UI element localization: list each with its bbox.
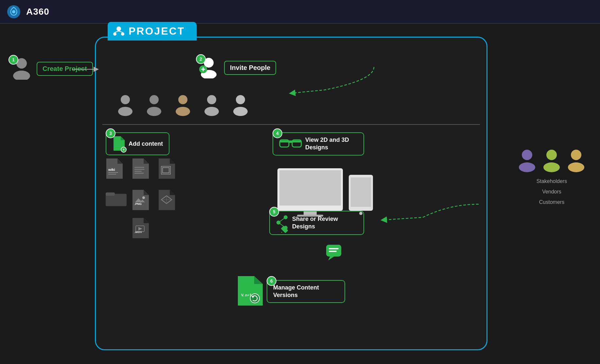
step4-label: View 2D and 3D Designs xyxy=(305,136,358,152)
step2-badge: 2 xyxy=(196,54,206,64)
svg-line-72 xyxy=(278,217,286,223)
svg-point-21 xyxy=(204,107,219,116)
svg-rect-78 xyxy=(329,248,339,249)
svg-marker-75 xyxy=(281,232,282,233)
svg-rect-34 xyxy=(108,174,116,174)
svg-point-51 xyxy=(142,196,145,199)
svg-marker-53 xyxy=(170,190,175,195)
app-logo-icon xyxy=(7,5,21,19)
people-row xyxy=(115,93,250,116)
mov-file-icon: .MOV xyxy=(132,218,151,240)
app-title: A360 xyxy=(26,7,49,17)
person-icon-1 xyxy=(115,93,135,116)
svg-point-4 xyxy=(116,26,121,31)
person-icon-4 xyxy=(202,93,221,116)
step3-badge: 3 xyxy=(106,128,115,138)
svg-rect-40 xyxy=(134,173,144,174)
svg-point-5 xyxy=(113,32,116,36)
svg-point-17 xyxy=(147,107,161,116)
stakeholder-icon-3 xyxy=(566,148,587,172)
arrow-step1-to-project xyxy=(72,63,101,76)
svg-point-19 xyxy=(176,107,190,116)
stakeholders-label2: Vendors xyxy=(537,187,567,197)
project-label: PROJECT xyxy=(108,22,197,41)
step6-area: V. n+1 6 Manage Content Versions xyxy=(237,276,345,307)
folder-icon xyxy=(106,190,125,211)
project-icon xyxy=(113,25,125,37)
svg-point-15 xyxy=(118,107,132,116)
svg-point-89 xyxy=(571,150,581,160)
svg-marker-81 xyxy=(254,276,263,284)
svg-point-83 xyxy=(250,294,259,303)
stakeholders-label3: Customers xyxy=(537,197,567,207)
share-review-icon xyxy=(276,215,289,231)
svg-point-3 xyxy=(13,71,30,80)
project-title: PROJECT xyxy=(129,25,185,37)
step5-badge: 5 xyxy=(269,207,279,217)
glasses-3d-icon xyxy=(279,137,302,151)
svg-line-7 xyxy=(115,31,119,32)
png-file-icon: .PNG xyxy=(132,190,151,211)
model-file-icon xyxy=(158,190,178,211)
project-box: PROJECT 2 Invite People xyxy=(95,37,487,350)
svg-point-18 xyxy=(178,95,187,104)
svg-marker-42 xyxy=(170,158,175,164)
dashed-arrow-share xyxy=(358,198,482,230)
svg-marker-48 xyxy=(144,190,149,195)
text-file-icon xyxy=(132,158,151,180)
stakeholders-area: Stakeholders Vendors Customers xyxy=(517,148,587,207)
svg-marker-31 xyxy=(117,158,123,164)
step3-box: + 3 Add content xyxy=(106,132,169,155)
step4-box: 4 View 2D and 3D Designs xyxy=(273,132,364,156)
svg-marker-36 xyxy=(144,158,149,164)
svg-point-14 xyxy=(121,95,130,104)
svg-point-86 xyxy=(519,162,535,172)
svg-point-22 xyxy=(236,95,245,104)
wiki-file-icon: wiki xyxy=(106,158,125,180)
svg-text:V. n+1: V. n+1 xyxy=(241,293,252,297)
step5-area: 5 Share or Review Designs xyxy=(269,211,364,235)
main-canvas: 1 Create Project PROJECT xyxy=(0,24,600,364)
svg-rect-33 xyxy=(108,172,118,173)
svg-marker-25 xyxy=(121,136,125,140)
svg-text:wiki: wiki xyxy=(108,168,115,172)
step6-label: Manage Content Versions xyxy=(273,284,339,299)
svg-rect-79 xyxy=(329,251,337,252)
files-area: wiki xyxy=(106,158,178,240)
svg-point-1 xyxy=(12,10,15,13)
version-file-icon: V. n+1 xyxy=(237,276,263,307)
person-icon-2 xyxy=(144,93,164,116)
svg-point-23 xyxy=(233,107,248,116)
svg-point-90 xyxy=(568,162,584,172)
svg-rect-46 xyxy=(106,192,115,196)
cad-file-icon xyxy=(158,158,178,180)
step6-box: 6 Manage Content Versions xyxy=(267,280,345,303)
svg-marker-58 xyxy=(144,218,149,223)
svg-point-85 xyxy=(522,150,532,160)
step3-area: + 3 Add content xyxy=(106,132,169,155)
person-icon-3 xyxy=(173,93,193,116)
step3-label: Add content xyxy=(129,141,163,147)
svg-text:.PNG: .PNG xyxy=(134,202,142,206)
step5-label: Share or Review Designs xyxy=(292,215,358,231)
svg-point-87 xyxy=(546,150,557,160)
svg-rect-37 xyxy=(134,167,144,168)
divider-line xyxy=(102,124,480,125)
step5-box: 5 Share or Review Designs xyxy=(269,211,364,235)
svg-point-20 xyxy=(207,95,216,104)
dashed-arrow-invite xyxy=(253,64,377,96)
stakeholder-icon-1 xyxy=(517,148,538,172)
svg-rect-39 xyxy=(134,171,142,172)
svg-line-8 xyxy=(119,31,123,32)
step4-badge: 4 xyxy=(273,128,282,138)
svg-point-16 xyxy=(150,95,159,104)
svg-point-6 xyxy=(121,32,124,36)
person-icon-5 xyxy=(231,93,250,116)
add-content-icon: + xyxy=(112,136,125,151)
svg-marker-77 xyxy=(328,256,334,260)
stakeholders-label1: Stakeholders xyxy=(537,176,567,187)
svg-rect-63 xyxy=(279,170,341,206)
step1-badge: 1 xyxy=(9,55,18,65)
svg-point-88 xyxy=(543,162,560,172)
comment-bubble-icon xyxy=(325,243,343,263)
